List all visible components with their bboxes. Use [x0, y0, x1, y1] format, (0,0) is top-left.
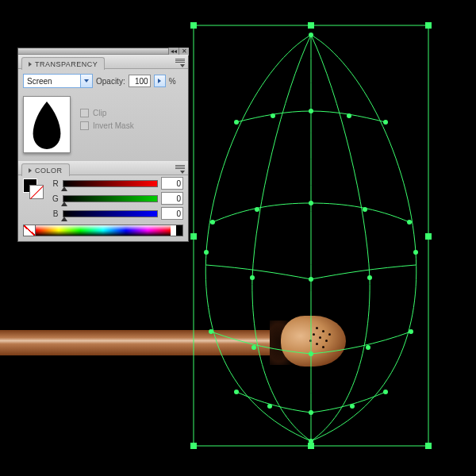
svg-point-13 — [234, 120, 239, 125]
svg-point-22 — [309, 201, 313, 205]
chevron-down-icon — [80, 75, 92, 87]
transparency-tab-label: TRANSPARENCY — [35, 60, 98, 68]
transparency-panel-header: TRANSPARENCY — [18, 55, 188, 69]
object-thumbnail[interactable] — [23, 96, 71, 153]
svg-point-29 — [366, 345, 370, 350]
opacity-label: Opacity: — [96, 77, 125, 86]
matchstick-shaft — [0, 330, 282, 355]
channel-r-label: R — [52, 179, 60, 188]
blend-mode-value: Screen — [24, 77, 80, 86]
svg-point-24 — [367, 275, 372, 280]
channel-b-label: B — [52, 209, 60, 218]
panel-stack-titlebar[interactable]: ◂◂ ✕ — [18, 48, 188, 55]
bw-swatch[interactable] — [171, 225, 182, 236]
svg-point-14 — [383, 120, 388, 125]
svg-point-33 — [267, 404, 272, 409]
svg-rect-7 — [308, 443, 314, 449]
g-field[interactable] — [161, 192, 183, 205]
slider-thumb-icon — [61, 202, 67, 206]
slider-thumb-icon — [61, 217, 67, 221]
channel-g-label: G — [52, 194, 60, 203]
svg-point-21 — [363, 207, 367, 212]
fill-stroke-swatch[interactable] — [23, 178, 47, 210]
g-slider[interactable] — [63, 195, 158, 202]
svg-point-31 — [234, 390, 239, 394]
b-slider[interactable] — [63, 210, 158, 217]
opacity-stepper[interactable] — [154, 75, 166, 87]
svg-point-12 — [413, 250, 418, 255]
r-field[interactable] — [161, 177, 183, 190]
svg-rect-0 — [194, 25, 428, 446]
svg-point-32 — [383, 390, 388, 394]
svg-point-18 — [210, 220, 215, 225]
opacity-field[interactable] — [129, 75, 151, 87]
svg-point-19 — [407, 220, 412, 225]
invert-mask-label: Invert Mask — [93, 121, 134, 130]
b-field[interactable] — [161, 207, 183, 220]
panel-expand-icon — [29, 168, 32, 173]
invert-mask-checkbox[interactable] — [80, 121, 89, 130]
svg-rect-6 — [190, 443, 197, 449]
panel-expand-icon — [29, 62, 32, 67]
svg-point-20 — [255, 207, 259, 212]
blend-mode-dropdown[interactable]: Screen — [23, 74, 93, 88]
thumbnail-shape-icon — [24, 96, 70, 153]
none-color-swatch[interactable] — [24, 225, 36, 236]
color-tab-label: COLOR — [35, 167, 63, 175]
svg-point-11 — [204, 250, 209, 255]
svg-rect-5 — [425, 233, 432, 240]
svg-point-25 — [309, 277, 313, 282]
svg-point-27 — [409, 329, 413, 334]
transparency-panel: TRANSPARENCY Screen Opacity: % — [18, 55, 188, 161]
svg-point-10 — [309, 439, 313, 443]
svg-point-15 — [271, 113, 275, 118]
svg-rect-3 — [425, 22, 432, 29]
color-spectrum[interactable] — [23, 225, 183, 236]
svg-rect-2 — [308, 22, 314, 29]
color-panel: COLOR R — [18, 161, 188, 241]
svg-rect-8 — [425, 443, 432, 449]
stroke-swatch[interactable] — [29, 185, 44, 199]
svg-point-17 — [309, 109, 313, 113]
svg-point-9 — [309, 33, 313, 37]
svg-rect-4 — [190, 233, 197, 240]
svg-point-35 — [309, 410, 313, 415]
panel-stack: ◂◂ ✕ TRANSPARENCY Screen Op — [17, 48, 189, 242]
svg-rect-1 — [190, 22, 197, 29]
slider-thumb-icon — [61, 186, 67, 191]
clip-label: Clip — [93, 109, 106, 117]
svg-point-34 — [350, 404, 355, 409]
mask-options: Clip Invert Mask — [80, 96, 134, 130]
spectrum-picker[interactable] — [36, 225, 171, 236]
panel-menu-icon[interactable] — [171, 58, 185, 67]
svg-point-23 — [250, 275, 255, 280]
matchstick-head — [281, 316, 346, 367]
r-slider[interactable] — [63, 180, 158, 187]
tab-color[interactable]: COLOR — [21, 163, 70, 176]
tab-transparency[interactable]: TRANSPARENCY — [21, 57, 105, 70]
color-panel-header: COLOR — [18, 161, 188, 175]
svg-point-16 — [347, 113, 351, 118]
opacity-unit: % — [169, 77, 176, 86]
panel-menu-icon[interactable] — [171, 164, 185, 174]
clip-checkbox[interactable] — [80, 109, 89, 117]
